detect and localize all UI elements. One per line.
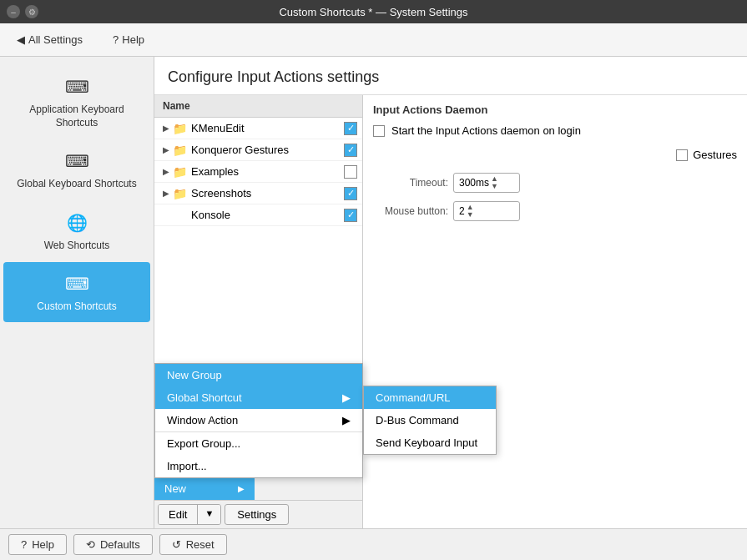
defaults-button[interactable]: ⟲ Defaults	[73, 534, 153, 555]
table-row[interactable]: ▶ 📁 Konqueror Gestures ✓	[154, 139, 362, 161]
sidebar-item-app-keyboard[interactable]: ⌨ Application Keyboard Shortcuts	[3, 65, 150, 138]
help-button[interactable]: ? Help	[106, 30, 151, 49]
edit-label: Edit	[169, 508, 187, 521]
import-label: Import...	[167, 460, 207, 472]
window-action-item[interactable]: Window Action ▶	[155, 409, 362, 431]
konsole-label: Konsole	[191, 209, 344, 221]
sidebar-item-web-shortcuts[interactable]: 🌐 Web Shortcuts	[3, 201, 150, 261]
folder-kmenu-icon: 📁	[173, 122, 188, 135]
topnav: ◀ All Settings ? Help	[0, 23, 747, 57]
sidebar-item-global-keyboard[interactable]: ⌨ Global Keyboard Shortcuts	[3, 139, 150, 199]
window-action-arrow-icon: ▶	[342, 414, 351, 426]
table-row[interactable]: ▶ 📁 KMenuEdit ✓	[154, 118, 362, 139]
content-area: Configure Input Actions settings Name ▶ …	[154, 57, 747, 528]
examples-checkbox[interactable]	[344, 165, 357, 179]
minimize-button[interactable]: –	[7, 5, 20, 18]
expand-konqueror-icon[interactable]: ▶	[159, 145, 173, 154]
timeout-input[interactable]: 300ms ▲ ▼	[453, 173, 520, 193]
window-title: Custom Shortcuts * — System Settings	[279, 6, 467, 18]
mouse-row: Mouse button: 2 ▲ ▼	[373, 201, 737, 221]
gestures-checkbox[interactable]	[676, 149, 688, 161]
gestures-row: Gestures	[373, 149, 737, 161]
dbus-command-item[interactable]: D-Bus Command	[364, 409, 496, 431]
export-group-item[interactable]: Export Group...	[155, 432, 362, 455]
split-panel: Name ▶ 📁 KMenuEdit ✓ ▶ 📁 Konqueror Gest	[154, 95, 747, 528]
sidebar-item-custom-shortcuts-label: Custom Shortcuts	[37, 300, 116, 314]
tree-name-column-header: Name	[163, 100, 190, 112]
konqueror-label: Konqueror Gestures	[191, 144, 344, 156]
content-header: Configure Input Actions settings	[154, 57, 747, 95]
edit-button[interactable]: Edit	[159, 505, 198, 524]
new-label: New	[164, 482, 186, 495]
help-bottom-button[interactable]: ? Help	[8, 534, 67, 555]
send-keyboard-item[interactable]: Send Keyboard Input	[364, 431, 496, 454]
expand-screenshots-icon[interactable]: ▶	[159, 189, 173, 198]
mouse-down-icon[interactable]: ▼	[467, 211, 474, 219]
right-panel: Input Actions Daemon Start the Input Act…	[363, 95, 747, 528]
mouse-label: Mouse button:	[373, 205, 448, 217]
defaults-label: Defaults	[100, 538, 140, 551]
sidebar-item-global-keyboard-label: Global Keyboard Shortcuts	[17, 178, 136, 191]
back-button[interactable]: ◀ All Settings	[10, 30, 89, 49]
folder-konqueror-icon: 📁	[173, 144, 188, 157]
expand-kmenu-icon[interactable]: ▶	[159, 124, 173, 133]
folder-screenshots-icon: 📁	[173, 187, 188, 200]
new-group-label: New Group	[167, 369, 222, 381]
reset-button[interactable]: ↺ Reset	[159, 534, 227, 555]
global-shortcut-arrow-icon: ▶	[342, 391, 351, 404]
help-bottom-label: Help	[32, 538, 54, 551]
new-menu-item[interactable]: New ▶	[154, 477, 255, 500]
titlebar-controls[interactable]: – ⚙	[7, 5, 38, 18]
konqueror-checkbox[interactable]: ✓	[344, 144, 357, 157]
window-action-label: Window Action	[167, 414, 238, 426]
settings-icon-titlebar[interactable]: ⚙	[25, 5, 38, 18]
screenshots-label: Screenshots	[191, 187, 344, 199]
kmenu-checkbox[interactable]: ✓	[344, 122, 357, 135]
kmenu-label: KMenuEdit	[191, 122, 344, 134]
examples-label: Examples	[191, 165, 344, 178]
app-keyboard-icon: ⌨	[63, 73, 90, 100]
tree-panel: Name ▶ 📁 KMenuEdit ✓ ▶ 📁 Konqueror Gest	[154, 95, 363, 528]
edit-dropdown-arrow[interactable]: ▼	[198, 505, 220, 524]
timeout-down-icon[interactable]: ▼	[491, 183, 498, 190]
mouse-spinner[interactable]: ▲ ▼	[467, 204, 474, 219]
sidebar: ⌨ Application Keyboard Shortcuts ⌨ Globa…	[0, 57, 154, 528]
edit-btn-group[interactable]: Edit ▼	[158, 504, 221, 525]
send-keyboard-label: Send Keyboard Input	[376, 436, 477, 449]
web-shortcuts-icon: 🌐	[63, 209, 90, 236]
new-arrow-icon: ▶	[238, 484, 245, 493]
table-row[interactable]: ▶ 📁 Examples	[154, 161, 362, 183]
dbus-command-label: D-Bus Command	[376, 414, 459, 426]
timeout-label: Timeout:	[373, 177, 448, 189]
expand-examples-icon[interactable]: ▶	[159, 167, 173, 176]
global-keyboard-icon: ⌨	[63, 148, 90, 174]
bottom-bar: ? Help ⟲ Defaults ↺ Reset	[0, 528, 747, 560]
table-row[interactable]: ▶ 📁 Konsole ✓	[154, 204, 362, 226]
help-icon: ?	[113, 33, 119, 46]
konsole-checkbox[interactable]: ✓	[344, 209, 357, 222]
settings-button[interactable]: Settings	[225, 504, 289, 525]
mouse-input[interactable]: 2 ▲ ▼	[453, 201, 520, 221]
defaults-icon: ⟲	[86, 538, 95, 551]
sidebar-item-custom-shortcuts[interactable]: ⌨ Custom Shortcuts	[3, 262, 150, 322]
new-group-item[interactable]: New Group	[155, 364, 362, 386]
timeout-row: Timeout: 300ms ▲ ▼	[373, 173, 737, 193]
global-shortcut-item[interactable]: Global Shortcut ▶	[155, 386, 362, 409]
command-url-item[interactable]: Command/URL	[364, 386, 496, 409]
screenshots-checkbox[interactable]: ✓	[344, 187, 357, 200]
settings-label: Settings	[237, 508, 276, 521]
timeout-spinner[interactable]: ▲ ▼	[491, 175, 498, 190]
reset-icon: ↺	[172, 538, 181, 551]
command-url-label: Command/URL	[376, 391, 451, 404]
sidebar-item-web-shortcuts-label: Web Shortcuts	[44, 240, 109, 253]
timeout-value: 300ms	[459, 177, 489, 189]
import-item[interactable]: Import...	[155, 455, 362, 477]
daemon-checkbox[interactable]	[373, 125, 385, 137]
back-arrow-icon: ◀	[17, 33, 25, 46]
table-row[interactable]: ▶ 📁 Screenshots ✓	[154, 183, 362, 204]
custom-shortcuts-icon: ⌨	[63, 270, 90, 297]
main-layout: ⌨ Application Keyboard Shortcuts ⌨ Globa…	[0, 57, 747, 528]
folder-examples-icon: 📁	[173, 165, 188, 179]
export-label: Export Group...	[167, 437, 240, 450]
daemon-checkbox-label: Start the Input Actions daemon on login	[391, 124, 581, 137]
